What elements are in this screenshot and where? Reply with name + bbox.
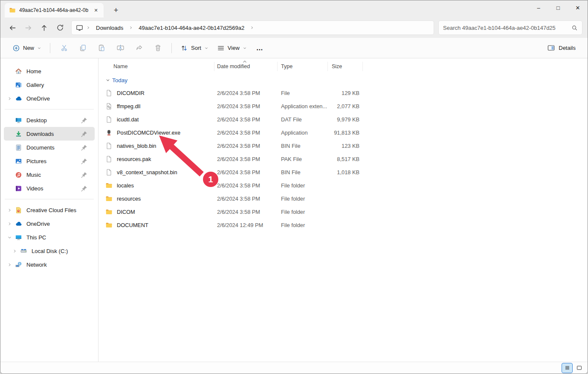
chevron-down-icon[interactable] [4, 234, 15, 241]
delete-button[interactable] [148, 41, 167, 55]
tab-close-icon[interactable]: ✕ [92, 6, 100, 14]
onedrive-icon [15, 220, 22, 227]
file-name: icudtl.dat [117, 116, 139, 123]
rename-button[interactable] [111, 41, 130, 55]
file-date: 2/6/2024 12:49 PM [214, 222, 278, 228]
breadcrumb-downloads[interactable]: Downloads [93, 23, 126, 32]
more-options-button[interactable]: … [251, 44, 269, 52]
explorer-tab[interactable]: 49aac7e1-b104-464a-ae42-0b1 ✕ [5, 3, 104, 17]
sort-button[interactable]: Sort [176, 42, 213, 55]
chevron-right-icon[interactable] [4, 95, 15, 102]
group-header-today[interactable]: Today [105, 74, 588, 86]
file-name-cell: icudtl.dat [105, 116, 214, 123]
copy-button[interactable] [73, 41, 92, 55]
sidebar-item-onedrive[interactable]: OneDrive [4, 92, 95, 105]
sidebar-item-label: Music [26, 172, 81, 178]
column-header-name[interactable]: Name [105, 62, 214, 71]
file-date: 2/6/2024 3:58 PM [214, 196, 278, 202]
sidebar-item-gallery[interactable]: Gallery [4, 78, 95, 92]
this-pc-monitor-icon[interactable] [76, 24, 83, 32]
file-row-resources[interactable]: resources2/6/2024 3:58 PMFile folder [105, 192, 588, 205]
new-button[interactable]: New [8, 42, 46, 55]
sidebar-item-creative-cloud-files[interactable]: Creative Cloud Files [4, 203, 95, 217]
sort-button-label: Sort [191, 45, 201, 51]
up-icon[interactable] [36, 20, 52, 35]
file-row-document[interactable]: DOCUMENT2/6/2024 12:49 PMFile folder [105, 219, 588, 232]
sidebar-item-local-disk-c[interactable]: Local Disk (C:) [9, 244, 95, 258]
file-row-ffmpeg-dll[interactable]: ffmpeg.dll2/6/2024 3:58 PMApplication ex… [105, 100, 588, 113]
paste-button[interactable] [92, 41, 111, 55]
pin-icon [81, 130, 88, 138]
column-headers: Name Date modified Type Size [105, 61, 588, 72]
file-name-cell: natives_blob.bin [105, 142, 214, 150]
sidebar-item-this-pc[interactable]: This PC [4, 230, 95, 244]
column-header-date-modified[interactable]: Date modified [214, 62, 278, 71]
file-row-locales[interactable]: locales2/6/2024 3:58 PMFile folder [105, 179, 588, 192]
sidebar-item-label: Gallery [26, 82, 92, 88]
new-tab-button[interactable]: + [110, 4, 122, 17]
column-header-type[interactable]: Type [278, 62, 328, 71]
folder-icon [105, 208, 113, 216]
breadcrumb-current-folder[interactable]: 49aac7e1-b104-464a-ae42-0b147d2569a2 [136, 23, 247, 32]
file-name: ffmpeg.dll [117, 103, 140, 109]
file-type: File folder [278, 209, 328, 215]
details-view-toggle[interactable] [562, 363, 572, 373]
sidebar-item-label: Documents [26, 144, 81, 151]
rename-icon [116, 44, 125, 52]
file-date: 2/6/2024 3:58 PM [214, 209, 278, 215]
back-icon[interactable] [5, 20, 20, 35]
file-row-v8-context-snapshot-bin[interactable]: v8_context_snapshot.bin2/6/2024 3:58 PMB… [105, 166, 588, 179]
sidebar-item-home[interactable]: Home [4, 64, 95, 78]
file-date: 2/6/2024 3:58 PM [214, 90, 278, 96]
search-box[interactable] [438, 20, 582, 35]
file-row-natives-blob-bin[interactable]: natives_blob.bin2/6/2024 3:58 PMBIN File… [105, 139, 588, 152]
close-button[interactable]: ✕ [568, 0, 588, 15]
dll-icon [105, 103, 113, 110]
file-date: 2/6/2024 3:58 PM [214, 156, 278, 162]
file-type: File [278, 90, 328, 96]
chevron-right-icon[interactable] [4, 207, 15, 213]
window-body: HomeGalleryOneDriveDesktopDownloadsDocum… [0, 58, 588, 362]
file-row-icudtl-dat[interactable]: icudtl.dat2/6/2024 3:58 PMDAT File9,979 … [105, 113, 588, 126]
file-row-resources-pak[interactable]: resources.pak2/6/2024 3:58 PMPAK File8,5… [105, 152, 588, 166]
forward-icon[interactable] [20, 20, 36, 35]
refresh-icon[interactable] [52, 20, 68, 35]
thumbnail-view-toggle[interactable] [574, 363, 584, 373]
cut-button[interactable] [55, 41, 73, 55]
details-pane-button[interactable]: Details [543, 41, 580, 55]
pin-icon [81, 171, 88, 178]
sidebar-item-documents[interactable]: Documents [4, 141, 95, 154]
search-input[interactable] [443, 25, 571, 31]
details-pane-icon [547, 44, 555, 52]
expander-spacer [4, 81, 15, 88]
chevron-right-icon[interactable] [4, 261, 15, 268]
minimize-button[interactable]: – [529, 0, 548, 15]
sidebar-item-label: OneDrive [26, 95, 92, 102]
sidebar-item-music[interactable]: Music [4, 168, 95, 181]
chevron-right-icon[interactable] [4, 220, 15, 227]
file-row-dicomdir[interactable]: DICOMDIR2/6/2024 3:58 PMFile129 KB [105, 86, 588, 100]
sidebar-item-network[interactable]: Network [4, 258, 95, 271]
pin-icon [81, 117, 88, 124]
chevron-down-icon[interactable] [105, 78, 110, 83]
file-name: PostDICOMCDViewer.exe [117, 129, 180, 136]
sidebar-item-downloads[interactable]: Downloads [4, 127, 95, 141]
sidebar-item-videos[interactable]: Videos [4, 181, 95, 195]
view-button[interactable]: View [213, 42, 251, 55]
file-row-postdicomcdviewer-exe[interactable]: PostDICOMCDViewer.exe2/6/2024 3:58 PMApp… [105, 126, 588, 139]
sidebar-item-onedrive[interactable]: OneDrive [4, 217, 95, 230]
toolbar-actions [55, 41, 167, 55]
file-row-dicom[interactable]: DICOM2/6/2024 3:58 PMFile folder [105, 205, 588, 219]
pin-icon [81, 158, 88, 165]
chevron-right-icon[interactable] [9, 247, 20, 254]
maximize-button[interactable]: □ [548, 0, 568, 15]
search-icon[interactable] [571, 25, 578, 31]
sidebar-item-pictures[interactable]: Pictures [4, 154, 95, 168]
sidebar-item-label: Downloads [26, 131, 81, 137]
file-size: 123 KB [328, 143, 363, 149]
address-bar[interactable]: Downloads 49aac7e1-b104-464a-ae42-0b147d… [71, 20, 434, 35]
share-button[interactable] [130, 41, 148, 55]
sidebar-item-desktop[interactable]: Desktop [4, 113, 95, 127]
column-header-size[interactable]: Size [328, 62, 363, 71]
file-icon [105, 116, 113, 123]
